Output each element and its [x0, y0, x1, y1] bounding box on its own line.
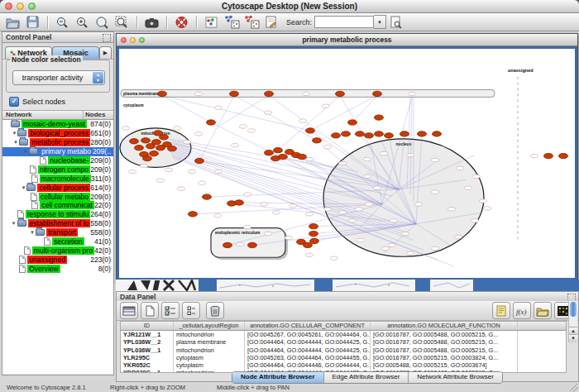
- attribute-list-button[interactable]: [182, 302, 200, 319]
- select-attributes-button[interactable]: [161, 302, 179, 319]
- network-node-small[interactable]: [324, 146, 332, 149]
- network-node-small[interactable]: [432, 190, 439, 194]
- network-node-small[interactable]: [306, 253, 313, 256]
- snapshot-button[interactable]: [143, 14, 161, 30]
- tree-column-nodes[interactable]: Nodes: [84, 111, 113, 119]
- network-canvas[interactable]: plasma membranecytoplasmmitochondrionnuc…: [117, 46, 577, 280]
- table-row[interactable]: YKR052Ccytoplasm[GO:0044464, GO:0044446,…: [121, 361, 566, 369]
- zoom-out-button[interactable]: [54, 14, 72, 30]
- network-tree[interactable]: mosaic-demo-yeast874(0)▾biological_proce…: [2, 120, 113, 285]
- network-node-small[interactable]: [432, 158, 439, 161]
- network-node-small[interactable]: [303, 92, 310, 95]
- network-node[interactable]: [207, 120, 216, 125]
- network-node-small[interactable]: [290, 204, 297, 208]
- network-minimize-icon[interactable]: [130, 37, 136, 43]
- create-attribute-button[interactable]: [141, 302, 159, 319]
- title-bar[interactable]: Cytoscape Desktop (New Session): [0, 0, 579, 13]
- network-zoom-icon[interactable]: [139, 37, 145, 43]
- more-tabs-arrow-icon[interactable]: ▶: [99, 46, 112, 59]
- column-header[interactable]: _cellularLayoutRegion: [174, 322, 245, 330]
- table-row[interactable]: YPL036W__2plasma membrane[GO:0044464, GO…: [121, 338, 566, 346]
- tree-expand-arrow-icon[interactable]: ▾: [12, 139, 19, 146]
- table-row[interactable]: YPL036W__1mitochondrion[GO:0044464, GO:0…: [121, 347, 566, 354]
- table-scrollbar[interactable]: ▲ ▼: [568, 301, 577, 342]
- tree-row[interactable]: ▾cellular process614(0): [2, 183, 113, 192]
- network-view-window[interactable]: primary metabolic process plasma membran…: [116, 33, 578, 281]
- network-node[interactable]: [400, 131, 409, 136]
- network-node[interactable]: [336, 91, 345, 96]
- network-node-small[interactable]: [141, 164, 148, 167]
- destroy-network-view-button[interactable]: [242, 14, 261, 30]
- node-color-combobox[interactable]: transporter activity ▲▼: [12, 70, 105, 85]
- tree-row[interactable]: multi-organism pro42(0): [2, 246, 113, 255]
- tree-row[interactable]: ▾transport558(0): [2, 228, 113, 237]
- network-node[interactable]: [304, 242, 313, 247]
- network-node-small[interactable]: [364, 174, 371, 178]
- network-node-small[interactable]: [129, 170, 136, 173]
- annotation-button[interactable]: [262, 14, 280, 30]
- network-node-small[interactable]: [389, 243, 396, 246]
- network-node[interactable]: [168, 146, 177, 151]
- network-node[interactable]: [265, 91, 274, 96]
- network-node-small[interactable]: [178, 187, 185, 190]
- network-node-small[interactable]: [374, 186, 381, 189]
- network-node[interactable]: [356, 131, 365, 136]
- help-lifering-icon[interactable]: [173, 14, 191, 30]
- zoom-selected-button[interactable]: [113, 14, 132, 30]
- network-node-small[interactable]: [339, 161, 347, 165]
- network-node[interactable]: [274, 148, 283, 153]
- network-node-small[interactable]: [232, 144, 239, 147]
- network-close-icon[interactable]: [121, 37, 127, 43]
- tree-expand-arrow-icon[interactable]: ▾: [11, 130, 17, 136]
- network-node[interactable]: [298, 154, 307, 159]
- tree-row[interactable]: ▾biological_process651(0): [2, 129, 113, 138]
- network-node[interactable]: [375, 115, 384, 120]
- network-node[interactable]: [271, 155, 280, 160]
- network-node-small[interactable]: [471, 219, 479, 222]
- network-node-small[interactable]: [165, 168, 173, 171]
- network-node[interactable]: [195, 158, 204, 163]
- tree-expand-arrow-icon[interactable]: ▾: [20, 184, 26, 191]
- network-node[interactable]: [130, 139, 139, 144]
- tree-row[interactable]: cellular metabo209(0): [2, 192, 113, 201]
- network-node[interactable]: [433, 131, 442, 136]
- delete-attribute-button[interactable]: [206, 302, 224, 319]
- tree-column-network[interactable]: Network: [2, 111, 84, 119]
- network-node-small[interactable]: [455, 235, 462, 238]
- search-config-button[interactable]: [387, 14, 405, 30]
- network-node-small[interactable]: [349, 219, 356, 222]
- network-node-small[interactable]: [122, 127, 130, 130]
- network-node-small[interactable]: [380, 151, 388, 155]
- network-node[interactable]: [365, 133, 374, 138]
- zoom-fit-button[interactable]: [93, 14, 112, 30]
- column-header[interactable]: annotation.GO MOLECULAR_FUNCTION: [371, 322, 518, 330]
- tree-row[interactable]: nucleobase-209(0): [2, 156, 113, 165]
- network-node-small[interactable]: [306, 213, 313, 216]
- network-node[interactable]: [154, 131, 163, 136]
- network-node[interactable]: [348, 120, 357, 125]
- network-node-small[interactable]: [323, 104, 330, 108]
- network-node-small[interactable]: [214, 214, 222, 218]
- network-node[interactable]: [265, 150, 274, 155]
- tree-row[interactable]: Overview8(0): [2, 264, 113, 273]
- network-node-small[interactable]: [265, 232, 272, 235]
- network-node-small[interactable]: [237, 242, 244, 246]
- network-node-small[interactable]: [409, 92, 416, 95]
- network-node-small[interactable]: [432, 246, 439, 250]
- network-node-small[interactable]: [473, 174, 481, 178]
- network-node-small[interactable]: [390, 219, 398, 222]
- attribute-table[interactable]: ID_cellularLayoutRegionannotation.GO CEL…: [120, 321, 567, 373]
- network-node-small[interactable]: [356, 208, 363, 211]
- select-nodes-checkbox[interactable]: ✓: [9, 97, 19, 107]
- scrollbar-thumb[interactable]: [570, 302, 577, 317]
- open-session-button[interactable]: [4, 14, 22, 30]
- network-node-small[interactable]: [244, 225, 251, 228]
- column-header[interactable]: ID: [121, 322, 174, 330]
- network-node[interactable]: [385, 133, 394, 138]
- search-dropdown-arrow-icon[interactable]: ▼: [374, 15, 386, 29]
- float-panel-icon[interactable]: [103, 34, 111, 42]
- network-node-small[interactable]: [339, 211, 347, 214]
- network-node-small[interactable]: [265, 111, 272, 114]
- tree-row[interactable]: mosaic-demo-yeast874(0): [2, 120, 113, 129]
- network-node[interactable]: [544, 153, 553, 158]
